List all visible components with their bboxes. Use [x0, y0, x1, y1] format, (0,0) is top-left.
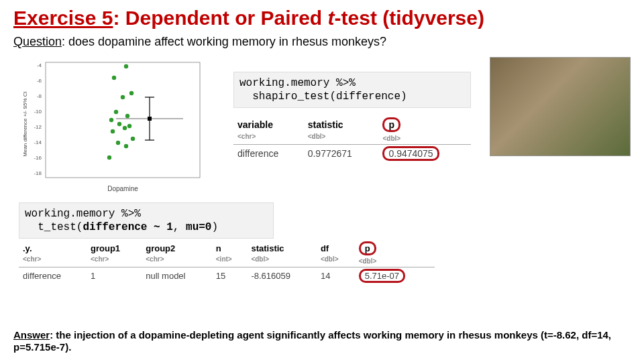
sh-h0: variable	[237, 119, 273, 130]
title-exercise: Exercise 5	[13, 7, 113, 29]
question-line: Question: does dopamine affect working m…	[0, 31, 644, 52]
svg-text:-18: -18	[34, 170, 42, 176]
tt-p: 5.71e-07	[359, 269, 405, 283]
code-ttest: working.memory %>% t_test(difference ~ 1…	[19, 202, 274, 239]
svg-point-30	[124, 64, 128, 68]
svg-point-21	[123, 126, 127, 130]
svg-point-19	[131, 137, 135, 141]
monkey-photo	[490, 57, 631, 156]
svg-text:Dopamine: Dopamine	[107, 185, 138, 192]
svg-text:Mean difference +/- 95% CI: Mean difference +/- 95% CI	[22, 91, 28, 156]
sh-stat: 0.9772671	[304, 145, 379, 163]
svg-point-25	[125, 114, 129, 118]
title-tail: -test (tidyverse)	[335, 7, 484, 29]
svg-text:-16: -16	[34, 155, 42, 161]
svg-point-29	[112, 76, 116, 80]
ttest-output: .y.<chr> group1<chr> group2<chr> n<int> …	[19, 240, 435, 284]
sh-p: 0.9474075	[382, 146, 439, 161]
question-text: : does dopamine affect working memory in…	[62, 35, 386, 48]
svg-point-27	[121, 95, 125, 99]
svg-point-20	[111, 129, 115, 133]
sh-h2: p	[382, 117, 400, 132]
answer-text: : the injection of a dopamine-depleting …	[13, 329, 611, 353]
answer-line: Answer: the injection of a dopamine-depl…	[13, 329, 631, 355]
code-shapiro: working.memory %>% shapiro_test(differen…	[233, 72, 471, 108]
sh-var: difference	[233, 145, 304, 163]
slide-title: Exercise 5: Dependent or Paired t-test (…	[0, 0, 644, 31]
title-t: t	[328, 7, 335, 29]
svg-point-24	[109, 118, 113, 122]
scatter-plot: -18 -16 -14 -12 -10 -8 -6 -4 Mean differ…	[19, 57, 213, 198]
svg-point-28	[129, 91, 133, 95]
sh-h1: statistic	[308, 119, 343, 130]
question-label: Question	[13, 35, 62, 48]
svg-text:-8: -8	[37, 93, 42, 99]
tt-hp: p	[359, 241, 376, 255]
svg-text:-6: -6	[37, 78, 42, 84]
svg-point-18	[116, 141, 120, 145]
svg-rect-0	[46, 62, 200, 178]
svg-text:-12: -12	[34, 124, 42, 130]
title-sep: : Dependent or Paired	[113, 7, 327, 29]
svg-point-17	[124, 144, 128, 148]
svg-rect-15	[148, 117, 152, 121]
svg-point-23	[117, 122, 121, 126]
svg-point-22	[127, 124, 131, 128]
answer-label: Answer	[13, 329, 50, 341]
svg-point-26	[114, 110, 118, 114]
svg-text:-14: -14	[34, 139, 42, 145]
shapiro-output: variable<chr> statistic<dbl> p<dbl> diff…	[233, 116, 471, 162]
svg-text:-4: -4	[37, 62, 42, 68]
svg-text:-10: -10	[34, 109, 42, 115]
svg-point-16	[107, 156, 111, 160]
